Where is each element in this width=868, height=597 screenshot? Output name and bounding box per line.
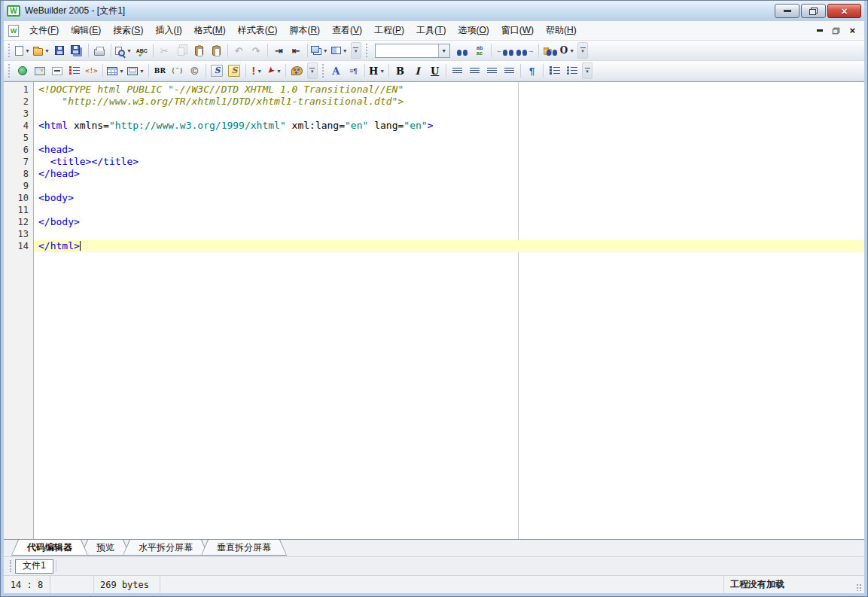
format-toolbar-grip[interactable]: [322, 64, 324, 78]
find-next-button[interactable]: →: [515, 42, 536, 59]
menu-item-search[interactable]: 搜索(S): [107, 21, 149, 40]
menu-item-options[interactable]: 选项(O): [452, 21, 495, 40]
special-char-dropdown-icon[interactable]: ▼: [257, 69, 262, 74]
menu-item-script[interactable]: 脚本(R): [283, 21, 326, 40]
print-button[interactable]: [91, 42, 108, 59]
quick-code-button[interactable]: <!>: [83, 62, 100, 79]
format-toolbar-overflow-button[interactable]: [582, 62, 592, 79]
code-line-9[interactable]: 9: [4, 180, 864, 192]
undo-button[interactable]: ↶: [230, 42, 248, 59]
documents-dropdown-icon[interactable]: ▼: [323, 48, 328, 53]
form-dropdown-icon[interactable]: ▼: [139, 69, 145, 74]
split-view-button[interactable]: ▼: [330, 42, 349, 59]
find-toolbar-overflow-button[interactable]: [577, 42, 588, 59]
code-explorer-button[interactable]: O▼: [559, 42, 576, 59]
menu-item-edit[interactable]: 编辑(E): [65, 21, 107, 40]
menu-item-insert[interactable]: 插入(I): [149, 21, 187, 40]
resize-grip[interactable]: [854, 576, 864, 593]
file-tabs-grip[interactable]: [10, 560, 12, 572]
menu-item-format[interactable]: 格式(M): [188, 21, 232, 40]
html-insert-toolbar-overflow-button[interactable]: [307, 62, 318, 79]
cut-button[interactable]: ✂: [156, 42, 173, 59]
table-button[interactable]: ▼: [105, 62, 126, 79]
palette-button[interactable]: [288, 62, 306, 79]
menu-item-window[interactable]: 窗口(W): [495, 21, 540, 40]
nbsp-button[interactable]: (ˉ): [169, 62, 186, 79]
menu-item-help[interactable]: 帮助(H): [540, 21, 583, 40]
heading-button[interactable]: H▼: [367, 62, 386, 79]
restore-button[interactable]: [801, 4, 826, 18]
code-line-1[interactable]: 1<!DOCTYPE html PUBLIC "-//W3C//DTD XHTM…: [4, 84, 864, 96]
mdi-close-button[interactable]: ×: [849, 27, 855, 35]
pilcrow-button[interactable]: ¶: [523, 62, 541, 79]
save-all-button[interactable]: [69, 42, 86, 59]
view-tab-code-editor[interactable]: 代码编辑器: [11, 540, 88, 556]
copyright-button[interactable]: ©: [186, 62, 203, 79]
code-editor[interactable]: 1<!DOCTYPE html PUBLIC "-//W3C//DTD XHTM…: [4, 81, 864, 539]
new-file-button[interactable]: ▼: [14, 42, 32, 59]
paste-button[interactable]: [190, 42, 208, 59]
print-preview-dropdown-icon[interactable]: ▼: [126, 48, 132, 53]
horizontal-rule-button[interactable]: [48, 62, 65, 79]
file-tab-file1[interactable]: 文件1: [15, 559, 53, 574]
documents-button[interactable]: ▼: [310, 42, 330, 59]
bold-button[interactable]: B: [391, 62, 409, 79]
menu-item-project[interactable]: 工程(P): [368, 21, 410, 40]
heading-dropdown-icon[interactable]: ▼: [379, 69, 385, 74]
search-combobox-dropdown-icon[interactable]: ▼: [438, 44, 449, 57]
align-left-button[interactable]: [449, 62, 466, 79]
outdent-button[interactable]: ⇤: [288, 42, 305, 59]
code-line-7[interactable]: 7 <title></title>: [4, 156, 864, 168]
table-dropdown-icon[interactable]: ▼: [119, 69, 124, 74]
font-color-button[interactable]: A: [327, 62, 345, 79]
menu-item-stylesheet[interactable]: 样式表(C): [232, 21, 284, 40]
italic-button[interactable]: I: [409, 62, 426, 79]
replace-button[interactable]: abac: [471, 42, 489, 59]
unordered-list-button[interactable]: [563, 62, 580, 79]
code-line-2[interactable]: 2 "http://www.w3.org/TR/xhtml1/DTD/xhtml…: [4, 96, 864, 108]
menu-item-tools[interactable]: 工具(T): [410, 21, 452, 40]
indent-button[interactable]: ⇥: [270, 42, 288, 59]
split-view-dropdown-icon[interactable]: ▼: [343, 48, 348, 53]
code-line-14[interactable]: 14</html>: [4, 240, 864, 252]
code-line-3[interactable]: 3: [4, 108, 864, 120]
code-line-10[interactable]: 10<body>: [4, 192, 864, 204]
search-combobox[interactable]: ▼: [375, 44, 450, 58]
image-button[interactable]: [31, 62, 48, 79]
standard-toolbar-overflow-button[interactable]: [351, 42, 361, 59]
find-button[interactable]: [454, 42, 471, 59]
paragraph-format-button[interactable]: ≡¶: [345, 62, 362, 79]
menu-item-file[interactable]: 文件(F): [23, 21, 65, 40]
html-insert-toolbar-grip[interactable]: [8, 64, 11, 78]
code-line-5[interactable]: 5: [4, 132, 864, 144]
save-button[interactable]: [51, 42, 69, 59]
special-char-button[interactable]: !▼: [248, 62, 266, 79]
br-tag-button[interactable]: BR: [151, 62, 169, 79]
paste-as-html-button[interactable]: [208, 42, 225, 59]
new-file-dropdown-icon[interactable]: ▼: [25, 48, 30, 53]
form-button[interactable]: ▼: [126, 62, 146, 79]
align-justify-button[interactable]: [501, 62, 518, 79]
spell-check-button[interactable]: ABC✓: [133, 42, 151, 59]
script-button[interactable]: S: [209, 62, 226, 79]
code-line-6[interactable]: 6<head>: [4, 144, 864, 156]
code-line-11[interactable]: 11: [4, 204, 864, 216]
copy-button[interactable]: [173, 42, 190, 59]
minimize-button[interactable]: [775, 4, 799, 18]
view-tab-preview[interactable]: 预览: [81, 540, 130, 556]
align-center-button[interactable]: [466, 62, 483, 79]
code-line-12[interactable]: 12</body>: [4, 216, 864, 228]
list-button[interactable]: [65, 62, 83, 79]
document-icon[interactable]: W: [8, 25, 19, 37]
standard-toolbar-grip[interactable]: [8, 44, 11, 57]
view-tab-split-horizontal[interactable]: 水平拆分屏幕: [123, 540, 209, 556]
underline-button[interactable]: U: [426, 62, 443, 79]
menu-item-view[interactable]: 查看(V): [326, 21, 368, 40]
code-explorer-dropdown-icon[interactable]: ▼: [569, 48, 574, 53]
code-line-4[interactable]: 4<html xmlns="http://www.w3.org/1999/xht…: [4, 120, 864, 132]
ordered-list-button[interactable]: [546, 62, 563, 79]
server-script-button[interactable]: S: [226, 62, 243, 79]
find-in-files-button[interactable]: [541, 42, 559, 59]
code-line-8[interactable]: 8</head>: [4, 168, 864, 180]
print-preview-button[interactable]: ▼: [114, 42, 133, 59]
